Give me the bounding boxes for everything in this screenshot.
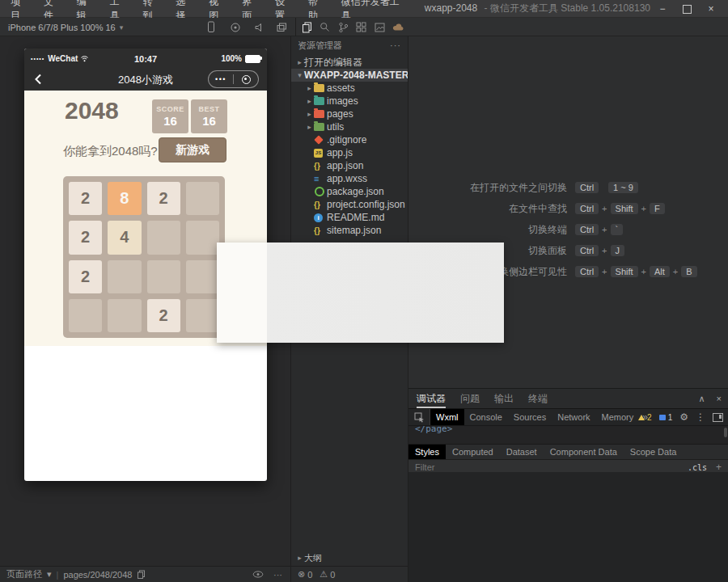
scrollbar-thumb[interactable]: [724, 428, 727, 437]
warning-count: 0: [330, 570, 335, 580]
close-button[interactable]: ×: [699, 0, 723, 18]
tab-sources[interactable]: Sources: [508, 409, 552, 425]
minimize-button[interactable]: −: [650, 0, 675, 18]
tab-problems[interactable]: 问题: [460, 389, 480, 408]
tab-network[interactable]: Network: [552, 409, 595, 425]
tab-styles[interactable]: Styles: [408, 445, 446, 459]
tree-item-label: .gitignore: [327, 134, 366, 146]
announce-button[interactable]: [252, 20, 266, 34]
inspect-element-button[interactable]: [408, 409, 430, 425]
search-button[interactable]: [318, 20, 332, 35]
more-menu-button[interactable]: •••: [209, 71, 233, 87]
device-label: iPhone 6/7/8 Plus 100% 16: [8, 23, 116, 32]
tree-item-pages[interactable]: ▸ pages: [291, 108, 408, 120]
maximize-icon: [683, 5, 692, 14]
copy-icon[interactable]: [137, 570, 146, 580]
tab-output[interactable]: 输出: [494, 389, 514, 408]
more-actions-button[interactable]: ···: [273, 570, 282, 580]
explorer-button[interactable]: [299, 20, 314, 35]
tree-item-label: utils: [327, 121, 344, 133]
tree-item-readme[interactable]: i README.md: [291, 211, 408, 224]
folder-icon: [314, 123, 324, 131]
tile: 2: [69, 221, 102, 254]
key-joiner: +: [673, 267, 678, 276]
empty-cell: [147, 260, 180, 293]
close-debugger-button[interactable]: ×: [717, 394, 722, 403]
record-button[interactable]: [228, 20, 243, 34]
warnings-badge[interactable]: 2: [638, 413, 652, 422]
key-joiner: +: [641, 267, 646, 276]
caret-right-icon: ▸: [305, 110, 314, 118]
window-title-version: - 微信开发者工具 Stable 1.05.2108130: [485, 2, 650, 14]
filter-input[interactable]: [408, 462, 619, 473]
toggle-class-button[interactable]: .cls: [688, 463, 707, 472]
json-file-icon: {}: [314, 226, 320, 235]
tree-item-images[interactable]: ▸ images: [291, 95, 408, 108]
explorer-more-button[interactable]: ···: [390, 40, 401, 50]
collapse-button[interactable]: ∧: [699, 394, 705, 404]
wxss-file-icon: ≡: [314, 174, 319, 183]
tab-console[interactable]: Console: [464, 409, 508, 425]
tree-item-app-wxss[interactable]: ≡ app.wxss: [291, 172, 408, 185]
tab-component-data[interactable]: Component Data: [544, 445, 624, 459]
new-game-button[interactable]: 新游戏: [159, 137, 226, 162]
tile: 2: [69, 260, 102, 293]
open-editors-row[interactable]: ▸ 打开的编辑器: [291, 56, 408, 69]
dock-side-button[interactable]: [713, 413, 723, 422]
tree-item-app-js[interactable]: JS app.js: [291, 146, 408, 159]
tree-item-assets[interactable]: ▸ assets: [291, 82, 408, 95]
git-branch-icon: [338, 22, 349, 33]
json-file-icon: {}: [314, 162, 320, 171]
tree-item-utils[interactable]: ▸ utils: [291, 120, 408, 133]
explorer-title: 资源管理器: [298, 40, 342, 52]
key-chip: J: [611, 245, 625, 256]
empty-cell: [186, 221, 219, 254]
outline-section[interactable]: ▸ 大纲: [291, 551, 408, 564]
eye-icon[interactable]: [252, 571, 264, 578]
game-board[interactable]: 2 8 2 2 4 2 2: [63, 176, 225, 338]
chevron-down-icon: ▾: [120, 23, 124, 32]
tab-terminal[interactable]: 终端: [528, 389, 548, 408]
preview-button[interactable]: [372, 20, 387, 35]
js-file-icon: JS: [314, 149, 323, 158]
caret-right-icon: ▸: [295, 58, 304, 66]
exit-button[interactable]: [234, 75, 258, 84]
back-button[interactable]: [32, 73, 45, 86]
tree-item-app-json[interactable]: {} app.json: [291, 159, 408, 172]
layout-button[interactable]: [354, 20, 369, 35]
page-path-dropdown[interactable]: 页面路径: [6, 568, 42, 580]
game-title: 2048: [65, 97, 119, 124]
device-selector[interactable]: iPhone 6/7/8 Plus 100% 16 ▾: [8, 18, 123, 36]
shortcut-keys: Ctrl + `: [575, 224, 623, 235]
tree-item-project-config[interactable]: {} project.config.json: [291, 198, 408, 211]
elements-tree[interactable]: </page>: [408, 425, 728, 444]
element-snippet: </page>: [415, 425, 452, 434]
tab-dataset[interactable]: Dataset: [500, 445, 544, 459]
info-badge[interactable]: 1: [659, 413, 673, 422]
tab-wxml[interactable]: Wxml: [430, 409, 464, 425]
project-root-row[interactable]: ▾ WXAPP-2048-MASTER: [291, 69, 408, 82]
shortcut-keys: Ctrl + Shift + F: [575, 203, 665, 214]
new-style-rule-button[interactable]: +: [716, 462, 722, 473]
multi-window-button[interactable]: [274, 20, 289, 34]
record-icon: [230, 22, 241, 33]
tile: 2: [69, 182, 102, 215]
tree-item-label: assets: [327, 82, 355, 94]
maximize-button[interactable]: [675, 0, 699, 18]
tab-memory[interactable]: Memory: [596, 409, 640, 425]
simulator-toggle-button[interactable]: [204, 20, 218, 34]
shortcut-label: 在文件中查找: [408, 202, 567, 216]
devtools-menu-button[interactable]: ⋮: [696, 411, 705, 423]
tree-item-sitemap[interactable]: {} sitemap.json: [291, 224, 408, 237]
tree-item-package-json[interactable]: package.json: [291, 185, 408, 198]
chevron-left-icon: [32, 73, 45, 86]
tab-debugger[interactable]: 调试器: [417, 389, 446, 408]
git-button[interactable]: [336, 20, 350, 35]
devtools-settings-button[interactable]: ⚙: [679, 411, 688, 423]
tab-scope-data[interactable]: Scope Data: [624, 445, 683, 459]
cloud-button[interactable]: [391, 20, 405, 35]
folder-icon: [314, 97, 324, 105]
tab-computed[interactable]: Computed: [446, 445, 500, 459]
tree-item-gitignore[interactable]: .gitignore: [291, 133, 408, 146]
caret-right-icon: ▸: [305, 97, 314, 105]
